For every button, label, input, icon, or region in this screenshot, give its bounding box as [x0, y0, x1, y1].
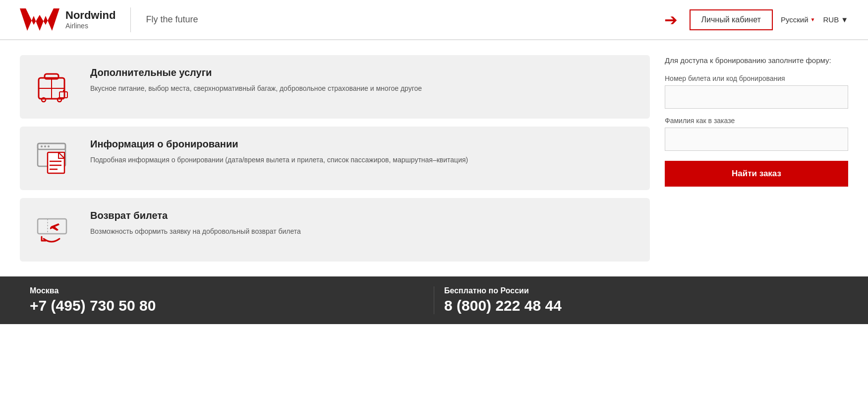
russia-phone-number: 8 (800) 222 48 44 — [444, 297, 838, 314]
additional-services-title: Дополнительные услуги — [90, 67, 636, 78]
ticket-refund-content: Возврат билета Возможность оформить заяв… — [90, 210, 636, 237]
svg-point-10 — [41, 145, 43, 147]
moscow-label: Москва — [30, 286, 424, 295]
ticket-refund-title: Возврат билета — [90, 210, 636, 221]
svg-marker-0 — [20, 8, 59, 31]
logo-text: Nordwind Airlines — [65, 9, 116, 30]
arrow-indicator: ➔ — [664, 10, 678, 29]
additional-services-desc: Вкусное питание, выбор места, сверхнорма… — [90, 83, 636, 94]
form-intro-text: Для доступа к бронированию заполните фор… — [665, 55, 848, 67]
header-right: ➔ Личный кабинет Русский ▼ RUB ▼ — [664, 9, 848, 30]
booking-info-title: Информация о бронировании — [90, 138, 636, 150]
moscow-phone-col: Москва +7 (495) 730 50 80 — [20, 286, 434, 314]
currency-selector[interactable]: RUB ▼ — [823, 15, 848, 24]
brand-name: Nordwind — [65, 9, 116, 22]
ticket-refund-desc: Возможность оформить заявку на доброволь… — [90, 226, 636, 237]
moscow-phone-number: +7 (495) 730 50 80 — [30, 297, 424, 314]
russia-label: Бесплатно по России — [444, 286, 838, 295]
currency-label: RUB — [823, 15, 839, 24]
logo-area: Nordwind Airlines — [20, 6, 116, 33]
ticket-field-label: Номер билета или код бронирования — [665, 74, 848, 82]
svg-point-6 — [42, 98, 46, 102]
booking-form-section: Для доступа к бронированию заполните фор… — [665, 55, 848, 262]
booking-info-content: Информация о бронировании Подробная инфо… — [90, 138, 636, 165]
surname-field-label: Фамилия как в заказе — [665, 117, 848, 125]
brand-sub: Airlines — [65, 22, 116, 30]
ticket-field-group: Номер билета или код бронирования — [665, 74, 848, 109]
surname-field-group: Фамилия как в заказе — [665, 117, 848, 151]
additional-services-content: Дополнительные услуги Вкусное питание, в… — [90, 67, 636, 94]
booking-info-desc: Подробная информация о бронировании (дат… — [90, 155, 636, 165]
language-selector[interactable]: Русский ▼ — [781, 15, 815, 24]
svg-point-11 — [44, 145, 46, 147]
header-divider — [130, 7, 131, 32]
luggage-icon — [34, 67, 78, 107]
svg-point-12 — [48, 145, 50, 147]
ticket-refund-card[interactable]: Возврат билета Возможность оформить заяв… — [20, 198, 650, 262]
booking-info-card[interactable]: Информация о бронировании Подробная инфо… — [20, 127, 650, 190]
tagline: Fly the future — [146, 14, 664, 25]
personal-cabinet-button[interactable]: Личный кабинет — [690, 9, 773, 30]
additional-services-card[interactable]: Дополнительные услуги Вкусное питание, в… — [20, 55, 650, 119]
svg-rect-5 — [59, 92, 67, 98]
surname-input[interactable] — [665, 128, 848, 151]
nordwind-logo-icon — [20, 6, 59, 33]
currency-chevron-icon: ▼ — [841, 15, 848, 24]
main-content: Дополнительные услуги Вкусное питание, в… — [0, 40, 868, 276]
language-chevron-icon: ▼ — [810, 17, 815, 22]
russia-phone-col: Бесплатно по России 8 (800) 222 48 44 — [434, 286, 848, 314]
phone-bar: Москва +7 (495) 730 50 80 Бесплатно по Р… — [0, 276, 868, 324]
language-label: Русский — [781, 15, 809, 24]
header: Nordwind Airlines Fly the future ➔ Личны… — [0, 0, 868, 40]
booking-icon — [34, 138, 78, 178]
ticket-number-input[interactable] — [665, 85, 848, 109]
svg-point-7 — [58, 98, 61, 102]
cards-section: Дополнительные услуги Вкусное питание, в… — [20, 55, 650, 262]
refund-icon — [34, 210, 78, 250]
find-order-button[interactable]: Найти заказ — [665, 161, 848, 187]
